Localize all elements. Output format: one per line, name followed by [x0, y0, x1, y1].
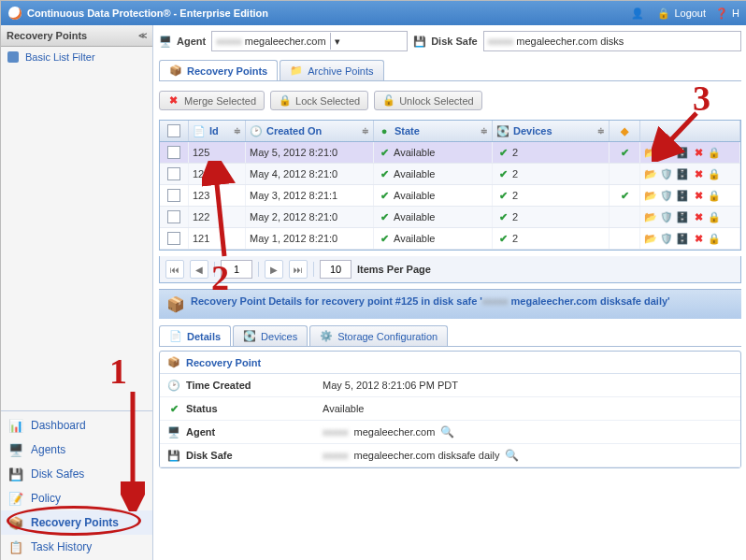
app-icon	[8, 7, 22, 20]
details-header: Recovery Point Details for recovery poin…	[191, 295, 670, 307]
tab-archive-points[interactable]: 📁 Archive Points	[280, 60, 383, 80]
cell-ok: ✔	[610, 185, 640, 206]
search-icon[interactable]: 🔍	[440, 425, 454, 438]
next-page-button[interactable]: ▶	[265, 260, 283, 279]
agent-select[interactable]: xxxxx megaleecher.com▾	[211, 31, 408, 51]
main-tabs: 📦 Recovery Points 📁 Archive Points	[159, 57, 741, 81]
sidebar-item-disksafes[interactable]: 💾Disk Safes	[1, 462, 152, 486]
col-status: ◆	[610, 121, 640, 141]
row-checkbox[interactable]	[167, 146, 180, 159]
first-page-button[interactable]: ⏮	[165, 260, 184, 279]
sidebar-item-dashboard[interactable]: 📊Dashboard	[1, 413, 152, 438]
shield-icon[interactable]: 🛡️	[660, 210, 673, 223]
db-icon[interactable]: 🗄️	[676, 167, 689, 180]
detail-row: 🖥️Agentxxxxx megaleecher.com 🔍	[160, 421, 740, 444]
pager: ⏮ ◀ ▶ ⏭ Items Per Page	[159, 256, 741, 283]
col-id[interactable]: 📄Id≑	[189, 121, 246, 141]
row-checkbox[interactable]	[167, 232, 180, 245]
table-row[interactable]: 124May 4, 2012 8:21:0✔Available✔2📂🛡️🗄️✖🔒	[160, 164, 740, 185]
sidebar-header: Recovery Points ≪	[1, 25, 152, 47]
browse-icon[interactable]: 📂	[644, 232, 657, 245]
recovery-points-table: 📄Id≑ 🕑Created On≑ ●State≑ 💽Devices≑ ◆ 12…	[159, 120, 741, 251]
page-input[interactable]	[221, 260, 252, 279]
agent-label: 🖥️ Agent	[159, 36, 206, 48]
per-page-input[interactable]	[320, 260, 351, 279]
tab-recovery-points[interactable]: 📦 Recovery Points	[159, 60, 278, 80]
tab-details[interactable]: 📄 Details	[159, 325, 231, 346]
row-actions: 📂🛡️🗄️✖🔒	[640, 142, 740, 163]
tab-storage[interactable]: ⚙️ Storage Configuration	[309, 325, 448, 346]
merge-button[interactable]: ✖Merge Selected	[159, 91, 265, 110]
browse-icon[interactable]: 📂	[644, 210, 657, 223]
col-created[interactable]: 🕑Created On≑	[246, 121, 374, 141]
cell-id: 123	[189, 185, 246, 206]
help-link[interactable]: ❓ H	[715, 7, 739, 20]
row-checkbox[interactable]	[167, 210, 180, 223]
cell-ok	[610, 207, 640, 227]
table-row[interactable]: 121May 1, 2012 8:21:0✔Available✔2📂🛡️🗄️✖🔒	[160, 228, 740, 250]
shield-icon[interactable]: 🛡️	[660, 189, 673, 202]
shield-icon[interactable]: 🛡️	[660, 146, 673, 159]
sidebar: Recovery Points ≪ Basic List Filter 📊Das…	[1, 25, 153, 560]
tab-devices[interactable]: 💽 Devices	[233, 325, 308, 346]
table-row[interactable]: 123May 3, 2012 8:21:1✔Available✔2✔📂🛡️🗄️✖…	[160, 185, 740, 207]
delete-icon[interactable]: ✖	[692, 232, 705, 245]
unlock-button[interactable]: 🔓Unlock Selected	[374, 91, 482, 110]
cell-id: 122	[189, 207, 246, 227]
cell-created: May 2, 2012 8:21:0	[246, 207, 374, 227]
sidebar-item-task-history[interactable]: 📋Task History	[1, 535, 152, 559]
sidebar-item-agents[interactable]: 🖥️Agents	[1, 438, 152, 462]
delete-icon[interactable]: ✖	[692, 167, 705, 180]
table-row[interactable]: 122May 2, 2012 8:21:0✔Available✔2📂🛡️🗄️✖🔒	[160, 207, 740, 228]
db-icon[interactable]: 🗄️	[676, 189, 689, 202]
col-state[interactable]: ●State≑	[374, 121, 493, 141]
cell-id: 125	[189, 142, 246, 163]
col-devices[interactable]: 💽Devices≑	[493, 121, 610, 141]
cell-id: 121	[189, 228, 246, 249]
app-title: Continuous Data Protection® - Enterprise…	[27, 7, 268, 19]
lock-icon[interactable]: 🔒	[708, 146, 721, 159]
detail-row: 🕑Time CreatedMay 5, 2012 8:21:06 PM PDT	[160, 374, 740, 397]
lock-icon[interactable]: 🔒	[708, 167, 721, 180]
shield-icon[interactable]: 🛡️	[660, 167, 673, 180]
last-page-button[interactable]: ⏭	[289, 260, 308, 279]
delete-icon[interactable]: ✖	[692, 189, 705, 202]
delete-icon[interactable]: ✖	[692, 146, 705, 159]
disksafe-label: 💾 Disk Safe	[413, 36, 478, 48]
db-icon[interactable]: 🗄️	[676, 210, 689, 223]
cell-created: May 1, 2012 8:21:0	[246, 228, 374, 249]
basic-list-filter[interactable]: Basic List Filter	[1, 47, 152, 67]
row-checkbox[interactable]	[167, 189, 180, 202]
db-icon[interactable]: 🗄️	[676, 232, 689, 245]
app-header: Continuous Data Protection® - Enterprise…	[1, 1, 746, 25]
logout-link[interactable]: 🔒 Logout	[657, 7, 706, 20]
row-actions: 📂🛡️🗄️✖🔒	[640, 207, 740, 227]
lock-icon[interactable]: 🔒	[708, 189, 721, 202]
collapse-icon[interactable]: ≪	[138, 31, 147, 40]
lock-icon[interactable]: 🔒	[708, 232, 721, 245]
browse-icon[interactable]: 📂	[644, 146, 657, 159]
cell-state: ✔Available	[374, 142, 493, 163]
cube-icon: 📦	[166, 295, 185, 313]
action-toolbar: ✖Merge Selected 🔒Lock Selected 🔓Unlock S…	[159, 87, 741, 114]
browse-icon[interactable]: 📂	[644, 189, 657, 202]
cell-ok	[610, 228, 640, 249]
table-row[interactable]: 125May 5, 2012 8:21:0✔Available✔2✔📂🛡️🗄️✖…	[160, 142, 740, 164]
cell-id: 124	[189, 164, 246, 184]
col-checkbox[interactable]	[160, 121, 189, 141]
cell-state: ✔Available	[374, 207, 493, 227]
db-icon[interactable]: 🗄️	[676, 146, 689, 159]
per-page-label: Items Per Page	[357, 264, 431, 275]
row-checkbox[interactable]	[167, 167, 180, 180]
lock-button[interactable]: 🔒Lock Selected	[270, 91, 368, 110]
browse-icon[interactable]: 📂	[644, 167, 657, 180]
user-indicator[interactable]: 👤	[631, 7, 648, 20]
delete-icon[interactable]: ✖	[692, 210, 705, 223]
cell-devices: ✔2	[493, 228, 610, 249]
shield-icon[interactable]: 🛡️	[660, 232, 673, 245]
lock-icon[interactable]: 🔒	[708, 210, 721, 223]
search-icon[interactable]: 🔍	[505, 449, 519, 462]
disksafe-select[interactable]: xxxxx megaleecher.com disks	[483, 31, 741, 51]
details-panel: 📦 Recovery Point Details for recovery po…	[159, 289, 741, 468]
prev-page-button[interactable]: ◀	[190, 260, 208, 279]
